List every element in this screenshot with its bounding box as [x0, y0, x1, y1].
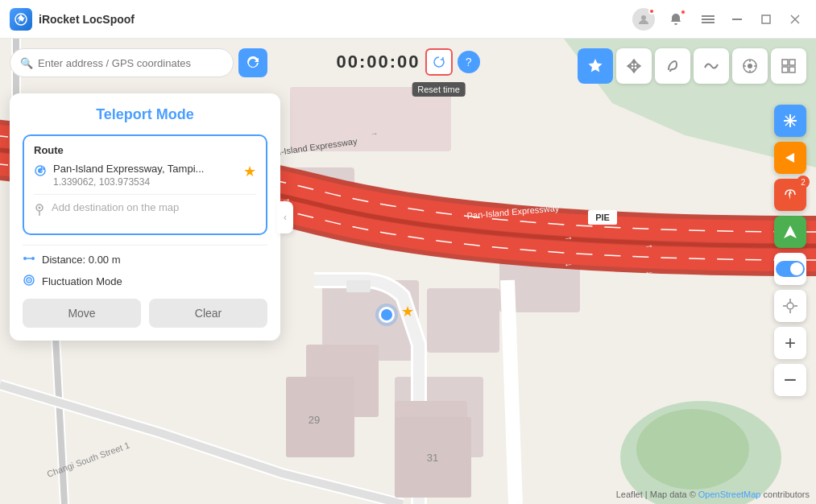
svg-point-2 — [641, 15, 646, 20]
map-attribution: Leaflet | Map data © OpenStreetMap contr… — [616, 490, 810, 499]
svg-rect-50 — [782, 67, 788, 72]
joystick-mode-button[interactable] — [732, 48, 768, 84]
titlebar: iRocket LocSpoof — [0, 0, 816, 39]
source-coords: 1.339062, 103.973534 — [53, 176, 237, 188]
distance-icon — [23, 252, 35, 267]
zoom-in-button[interactable]: + — [774, 327, 806, 359]
destination-placeholder[interactable]: Add destination on the map — [52, 201, 179, 213]
speed-settings-button[interactable]: 2 — [774, 179, 806, 211]
favorite-button[interactable]: ★ — [243, 163, 256, 180]
osm-link[interactable]: OpenStreetMap — [698, 490, 761, 499]
timer-area: 00:00:00 Reset time ? — [336, 48, 479, 76]
svg-rect-6 — [732, 19, 742, 20]
clear-button[interactable]: Clear — [149, 299, 267, 328]
svg-point-58 — [31, 257, 35, 260]
freeze-button[interactable] — [774, 105, 806, 137]
destination-icon — [34, 203, 45, 219]
fluctuation-text: Fluctuation Mode — [42, 275, 122, 287]
curve-mode-button[interactable] — [694, 48, 729, 84]
search-bar: 🔍 — [10, 48, 267, 77]
svg-rect-14 — [427, 288, 499, 353]
distance-row: Distance: 0.00 m — [23, 252, 267, 267]
svg-text:→: → — [563, 232, 574, 244]
svg-point-56 — [39, 207, 41, 209]
svg-point-35 — [636, 409, 749, 490]
timer-display: 00:00:00 — [336, 52, 420, 72]
search-input-wrap[interactable]: 🔍 — [10, 48, 234, 77]
navigation-button[interactable] — [774, 216, 806, 248]
svg-rect-7 — [762, 15, 770, 23]
left-panel: Teleport Mode Route Pan-Island Expresswa… — [10, 93, 280, 341]
info-divider — [23, 245, 267, 246]
notifications-button[interactable] — [665, 8, 687, 31]
svg-point-43 — [748, 64, 752, 68]
refresh-button[interactable] — [238, 48, 267, 77]
fluctuation-icon — [23, 274, 35, 289]
source-text: Pan-Island Expressway, Tampi... 1.339062… — [53, 163, 237, 188]
svg-rect-41 — [346, 280, 371, 292]
svg-rect-4 — [702, 19, 715, 20]
destination-row[interactable]: Add destination on the map — [34, 201, 256, 219]
toggle-knob — [790, 262, 803, 275]
profile-button[interactable] — [632, 8, 655, 31]
top-toolbar — [578, 48, 806, 84]
history-button[interactable] — [771, 48, 806, 84]
profile-status-dot — [648, 8, 655, 14]
svg-rect-3 — [702, 15, 715, 17]
speed-badge: 2 — [797, 176, 810, 188]
app-logo — [10, 8, 32, 31]
teleport-mode-button[interactable] — [578, 48, 613, 84]
svg-text:←: ← — [644, 266, 654, 279]
search-input[interactable] — [38, 57, 223, 69]
search-icon: 🔍 — [20, 57, 33, 69]
source-icon — [34, 164, 47, 180]
locate-button[interactable] — [774, 290, 806, 322]
location-marker — [379, 307, 395, 323]
svg-text:→: → — [370, 129, 379, 138]
svg-marker-68 — [784, 225, 797, 238]
svg-text:29: 29 — [309, 414, 320, 426]
svg-text:PIE: PIE — [595, 213, 610, 222]
history-back-button[interactable] — [774, 142, 806, 174]
zoom-out-button[interactable]: − — [774, 364, 806, 396]
route-divider — [34, 194, 256, 195]
panel-title: Teleport Mode — [23, 106, 267, 123]
move-button[interactable]: Move — [23, 299, 141, 328]
toggle-button[interactable] — [774, 253, 806, 285]
panel-buttons: Move Clear — [23, 299, 267, 328]
fluctuation-row[interactable]: Fluctuation Mode — [23, 274, 267, 289]
svg-rect-49 — [789, 60, 795, 65]
app-title: iRocket LocSpoof — [39, 13, 632, 26]
source-row: Pan-Island Expressway, Tampi... 1.339062… — [34, 163, 256, 188]
collapse-button[interactable]: ‹ — [277, 201, 293, 233]
svg-point-57 — [23, 257, 27, 260]
attribution-contributors: contributors — [764, 490, 810, 499]
svg-rect-32 — [286, 377, 354, 457]
route-mode-button[interactable] — [655, 48, 690, 84]
notification-dot — [681, 10, 686, 14]
svg-rect-48 — [782, 60, 788, 65]
route-label: Route — [34, 144, 256, 156]
svg-marker-1 — [17, 14, 25, 23]
menu-button[interactable] — [697, 8, 719, 31]
move-mode-button[interactable] — [616, 48, 652, 84]
svg-rect-5 — [702, 22, 715, 23]
star-marker: ★ — [401, 303, 414, 320]
source-name: Pan-Island Expressway, Tampi... — [53, 163, 237, 175]
right-float-buttons: 2 + − — [774, 105, 806, 396]
svg-text:→: → — [644, 240, 654, 252]
svg-text:31: 31 — [427, 452, 438, 464]
attribution-text: Leaflet | Map data © — [616, 490, 698, 499]
maximize-button[interactable] — [755, 8, 777, 31]
toggle-track — [776, 261, 805, 277]
svg-text:←: ← — [563, 258, 574, 271]
distance-text: Distance: 0.00 m — [42, 254, 121, 266]
svg-point-67 — [789, 119, 792, 122]
close-button[interactable] — [784, 8, 806, 31]
svg-point-62 — [28, 279, 30, 281]
route-box: Route Pan-Island Expressway, Tampi... 1.… — [23, 134, 267, 235]
reset-time-button[interactable]: Reset time — [425, 48, 453, 76]
minimize-button[interactable] — [726, 8, 748, 31]
help-button[interactable]: ? — [458, 51, 480, 73]
reset-tooltip: Reset time — [412, 82, 466, 97]
